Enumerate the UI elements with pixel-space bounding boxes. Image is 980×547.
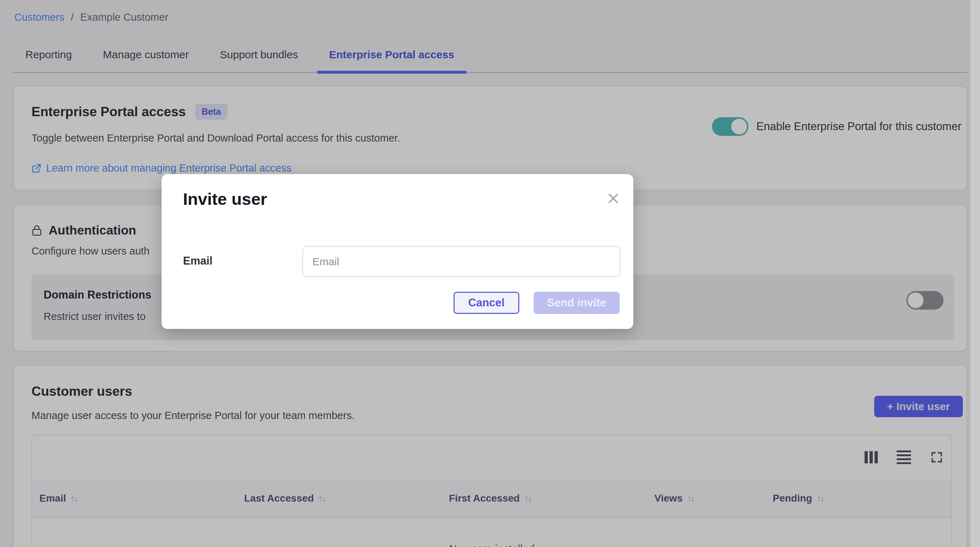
send-invite-button[interactable]: Send invite	[534, 292, 620, 314]
page: Customers / Example Customer Reporting M…	[0, 0, 980, 547]
modal-title: Invite user	[183, 189, 267, 209]
cancel-button[interactable]: Cancel	[453, 292, 519, 314]
page-scrollbar[interactable]	[970, 0, 980, 547]
invite-user-modal: Invite user Email Cancel Send invite	[162, 174, 633, 329]
close-icon[interactable]	[605, 191, 621, 206]
email-field[interactable]	[302, 246, 620, 277]
email-label: Email	[183, 255, 213, 268]
